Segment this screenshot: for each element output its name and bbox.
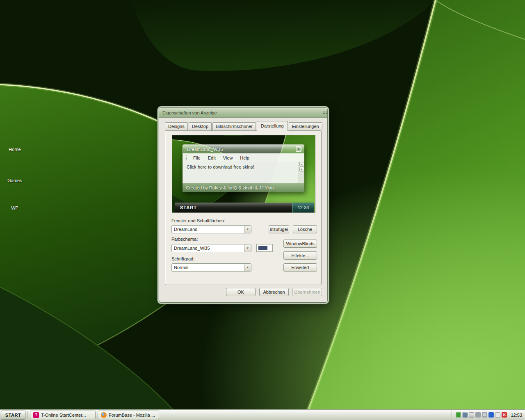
preview-window: DreamLand_WB5 × File Edit View Help Clic… xyxy=(183,144,304,192)
preview-statusbar: Created by Rokey & IoriQ & zinph & JJ.Yi… xyxy=(183,183,304,192)
preview-menu-edit: Edit xyxy=(204,155,219,160)
color-scheme-select[interactable]: DreamLand_WB5 ▼ xyxy=(171,244,251,252)
windows-buttons-label: Fenster und Schaltflächen: xyxy=(171,218,225,223)
ok-button[interactable]: OK xyxy=(226,288,256,296)
font-size-value: Normal xyxy=(172,265,244,270)
close-icon: × xyxy=(296,146,301,152)
t-online-icon: T xyxy=(33,412,39,418)
preview-taskbar: START 12:34 xyxy=(175,203,314,212)
taskbar-clock: 12:53 xyxy=(511,413,522,418)
preview-menu-file: File xyxy=(189,155,204,160)
color-sample-box xyxy=(256,244,273,252)
dialog-title: Eigenschaften von Anzeige xyxy=(162,110,217,115)
desktop-icon-label: Home xyxy=(0,147,30,152)
print-spooler-tray-icon[interactable] xyxy=(495,412,500,418)
menu-grip-icon xyxy=(185,155,187,160)
plant-utility-tray-icon[interactable] xyxy=(456,412,461,418)
desktop-icon-home[interactable]: Home xyxy=(0,147,30,152)
desktop: Home Games WP Eigenschaften von Anzeige … xyxy=(0,0,525,420)
display-settings-tray-icon[interactable] xyxy=(462,412,468,418)
preview-status-text: Created by Rokey & IoriQ & zinph & JJ.Yi… xyxy=(186,185,274,190)
preview-clock: 12:34 xyxy=(292,203,314,212)
color-scheme-value: DreamLand_WB5 xyxy=(172,246,244,251)
apply-button[interactable]: Übernehmen xyxy=(292,288,322,296)
scroll-up-icon: ▲ xyxy=(299,162,304,167)
preview-window-title: DreamLand_WB5 xyxy=(187,147,223,152)
start-button[interactable]: START xyxy=(1,411,25,420)
removable-device-tray-icon[interactable] xyxy=(475,412,481,418)
tab-bildschirmschoner[interactable]: Bildschirmschoner xyxy=(212,122,256,130)
system-tray: K 12:53 xyxy=(452,410,525,420)
effects-button[interactable]: Effekte... xyxy=(283,251,317,260)
font-size-select[interactable]: Normal ▼ xyxy=(171,263,251,272)
taskbar: START T T-Online StartCenter... ForumBas… xyxy=(0,409,525,420)
delete-button[interactable]: Lösche xyxy=(293,225,317,233)
chevron-down-icon[interactable]: ▼ xyxy=(244,264,251,271)
preview-menubar: File Edit View Help xyxy=(183,153,304,162)
window-options-icon[interactable] xyxy=(323,112,324,112)
scroll-down-icon: ▼ xyxy=(299,167,304,171)
display-properties-dialog: Eigenschaften von Anzeige DreamLand_WB5 … xyxy=(159,108,327,302)
tab-einstellungen[interactable]: Einstellungen xyxy=(289,122,322,130)
window-manager-tray-icon[interactable] xyxy=(469,412,474,418)
preview-start-button: START xyxy=(180,205,197,210)
add-button[interactable]: inzufügei xyxy=(269,225,289,233)
desktop-icon-wp[interactable]: WP xyxy=(0,205,30,210)
chevron-down-icon[interactable]: ▼ xyxy=(244,244,251,252)
dialog-tabs: Designs Desktop Bildschirmschoner Darste… xyxy=(165,122,323,131)
windows-buttons-value: DreamLand xyxy=(172,227,244,232)
messenger-tray-icon[interactable] xyxy=(488,412,494,418)
tab-designs[interactable]: Designs xyxy=(165,122,188,130)
color-scheme-label: Farbschema: xyxy=(171,237,198,242)
appearance-preview: DreamLand_WB5 × File Edit View Help Clic… xyxy=(172,135,315,213)
desktop-icon-games[interactable]: Games xyxy=(0,178,30,183)
cancel-button[interactable]: Abbrechen xyxy=(259,288,289,296)
firefox-icon xyxy=(101,412,107,418)
dialog-titlebar[interactable]: Eigenschaften von Anzeige xyxy=(159,108,327,118)
tab-desktop[interactable]: Desktop xyxy=(189,122,212,130)
preview-body-text: Click here to download free skins! xyxy=(187,164,254,169)
preview-menu-view: View xyxy=(219,155,237,160)
tab-darstellung[interactable]: Darstellung xyxy=(257,121,288,131)
font-size-label: Schriftgrad: xyxy=(171,256,194,261)
tab-panel: DreamLand_WB5 × File Edit View Help Clic… xyxy=(165,130,322,285)
chevron-down-icon[interactable]: ▼ xyxy=(244,226,251,233)
preview-scrollbar: ▲ ▼ xyxy=(299,162,304,183)
taskbar-separator xyxy=(27,411,28,419)
color-sample-swatch xyxy=(258,246,267,250)
advanced-button[interactable]: Erweitert xyxy=(283,263,317,272)
taskbar-task-tonline[interactable]: T T-Online StartCenter... xyxy=(30,411,96,419)
preview-menu-help: Help xyxy=(236,155,253,160)
preview-window-titlebar: DreamLand_WB5 × xyxy=(183,144,304,153)
preview-window-body: Click here to download free skins! ▲ ▼ xyxy=(183,162,304,183)
desktop-icon-label: Games xyxy=(0,178,30,183)
windowblinds-button[interactable]: WindowBlinds xyxy=(283,240,317,248)
task-label: ForumBase - Mozilla ... xyxy=(109,413,155,418)
task-label: T-Online StartCenter... xyxy=(41,413,86,418)
antivirus-tray-icon[interactable]: K xyxy=(502,412,507,418)
volume-tray-icon[interactable] xyxy=(482,412,487,418)
desktop-icon-label: WP xyxy=(0,205,30,210)
windows-buttons-select[interactable]: DreamLand ▼ xyxy=(171,225,251,233)
taskbar-task-forumbase[interactable]: ForumBase - Mozilla ... xyxy=(98,411,159,419)
